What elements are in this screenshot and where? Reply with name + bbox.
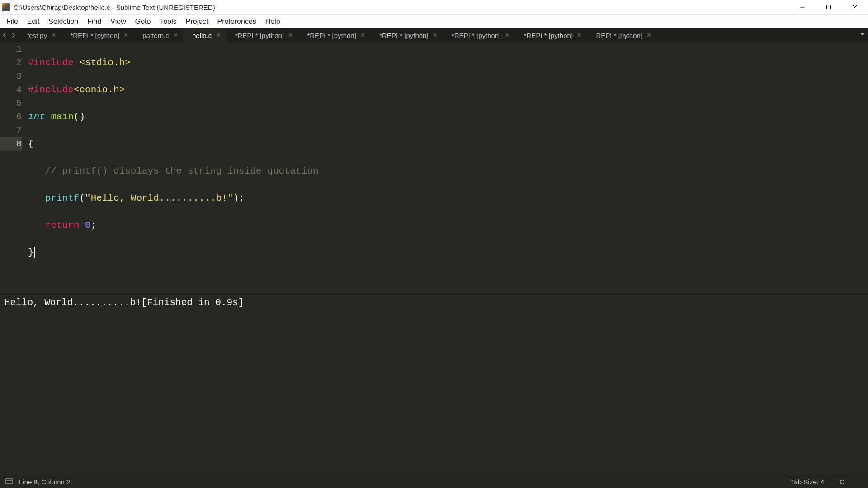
tabbar: test.py × *REPL* [python] × pattern.c × … — [0, 28, 868, 42]
tab-close-icon[interactable]: × — [174, 31, 178, 39]
line-number: 3 — [0, 70, 22, 83]
tab-close-icon[interactable]: × — [288, 31, 292, 39]
line-number: 7 — [0, 124, 22, 137]
status-syntax[interactable]: C — [840, 478, 844, 486]
menu-tools[interactable]: Tools — [155, 16, 181, 27]
menu-project[interactable]: Project — [181, 16, 213, 27]
tab-label: *REPL* [python] — [524, 32, 573, 39]
status-cursor-pos[interactable]: Line 8, Column 2 — [19, 478, 70, 486]
token-brace: } — [28, 247, 34, 258]
svg-rect-4 — [6, 479, 12, 484]
status-tab-size[interactable]: Tab Size: 4 — [791, 478, 824, 486]
tab-repl-4[interactable]: *REPL* [python] × — [370, 28, 443, 42]
tab-close-icon[interactable]: × — [124, 31, 128, 39]
tab-close-icon[interactable]: × — [577, 31, 581, 39]
tab-close-icon[interactable]: × — [52, 31, 56, 39]
app-icon — [2, 3, 10, 11]
token-type: int — [28, 112, 45, 122]
token-number: 0 — [85, 220, 91, 230]
tab-repl-2[interactable]: *REPL* [python] × — [226, 28, 298, 42]
token-string: "Hello, World..........b!" — [85, 193, 233, 203]
token-comment: // printf() displays the string inside q… — [45, 166, 319, 176]
menu-preferences[interactable]: Preferences — [213, 16, 261, 27]
line-number: 2 — [0, 56, 22, 70]
tab-repl-6[interactable]: *REPL* [python] × — [515, 28, 587, 42]
tab-label: hello.c — [192, 32, 212, 39]
token-preproc: #include — [28, 57, 74, 68]
window-controls — [789, 0, 868, 14]
menu-goto[interactable]: Goto — [131, 16, 156, 27]
token-brace: { — [28, 139, 34, 149]
minimize-button[interactable] — [789, 0, 816, 14]
tab-label: REPL* [python] — [596, 32, 642, 39]
output-text: Hello, World..........b![Finished in 0.9… — [5, 297, 244, 308]
menu-find[interactable]: Find — [83, 16, 106, 27]
tab-repl-7[interactable]: REPL* [python] × — [587, 28, 656, 42]
tab-label: *REPL* [python] — [452, 32, 500, 39]
tab-close-icon[interactable]: × — [216, 31, 220, 39]
build-output[interactable]: Hello, World..........b![Finished in 0.9… — [0, 294, 868, 461]
menubar: File Edit Selection Find View Goto Tools… — [0, 14, 868, 28]
token-preproc: #include — [28, 84, 74, 95]
tab-label: *REPL* [python] — [235, 32, 284, 39]
panel-switch-icon[interactable] — [5, 478, 13, 486]
titlebar: C:\Users\Chirag\Desktop\hello.c - Sublim… — [0, 0, 868, 14]
line-number: 6 — [0, 110, 22, 124]
tab-pattern-c[interactable]: pattern.c × — [133, 28, 183, 42]
tab-label: *REPL* [python] — [71, 32, 119, 39]
menu-edit[interactable]: Edit — [23, 16, 44, 27]
tab-hello-c[interactable]: hello.c × — [183, 28, 226, 42]
menu-view[interactable]: View — [106, 16, 130, 27]
menu-selection[interactable]: Selection — [44, 16, 83, 27]
maximize-button[interactable] — [816, 0, 842, 14]
tab-history-forward[interactable] — [9, 28, 18, 42]
tab-label: pattern.c — [142, 32, 169, 39]
menu-help[interactable]: Help — [261, 16, 285, 27]
statusbar: Line 8, Column 2 Tab Size: 4 C — [0, 475, 868, 488]
line-number: 1 — [0, 42, 22, 56]
menu-file[interactable]: File — [2, 16, 23, 27]
code-area[interactable]: #include <stdio.h> #include<conio.h> int… — [28, 42, 868, 294]
tab-close-icon[interactable]: × — [361, 31, 365, 39]
line-number: 4 — [0, 83, 22, 97]
tab-close-icon[interactable]: × — [433, 31, 437, 39]
tab-history-back[interactable] — [0, 28, 9, 42]
tab-label: *REPL* [python] — [379, 32, 428, 39]
tab-repl-1[interactable]: *REPL* [python] × — [61, 28, 134, 42]
text-cursor — [34, 247, 35, 258]
tab-repl-5[interactable]: *REPL* [python] × — [443, 28, 515, 42]
line-number: 8 — [0, 137, 22, 151]
tab-repl-3[interactable]: *REPL* [python] × — [298, 28, 370, 42]
tab-overflow-icon[interactable] — [860, 31, 865, 38]
token-include-lib: <conio.h> — [74, 84, 125, 95]
tab-close-icon[interactable]: × — [647, 31, 651, 39]
tab-label: *REPL* [python] — [307, 32, 356, 39]
close-button[interactable] — [842, 0, 868, 14]
gutter: 1 2 3 4 5 6 7 8 — [0, 42, 28, 294]
tab-label: test.py — [27, 32, 47, 39]
window-title: C:\Users\Chirag\Desktop\hello.c - Sublim… — [14, 4, 215, 11]
tab-test-py[interactable]: test.py × — [18, 28, 61, 42]
token-function: main — [51, 112, 73, 122]
token-call: printf — [45, 193, 80, 203]
token-keyword: return — [45, 220, 80, 230]
svg-rect-1 — [827, 5, 831, 9]
tab-close-icon[interactable]: × — [505, 31, 509, 39]
token-include-lib: <stdio.h> — [79, 57, 130, 68]
editor[interactable]: 1 2 3 4 5 6 7 8 #include <stdio.h> #incl… — [0, 42, 868, 294]
line-number: 5 — [0, 97, 22, 110]
